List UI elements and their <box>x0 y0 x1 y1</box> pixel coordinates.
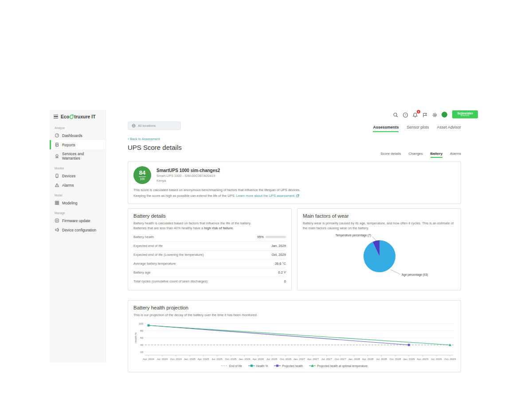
x-tick-label: Jul, 2029 <box>431 358 442 360</box>
sidebar-header: Eco truxure IT <box>50 110 106 122</box>
x-tick-label: Apr, 2027 <box>307 358 319 360</box>
legend-marker-icon <box>274 364 281 368</box>
row-value: 0 <box>284 279 286 283</box>
subtab-battery[interactable]: Battery <box>430 152 443 158</box>
tab-assessments[interactable]: Assessments <box>373 125 399 132</box>
sidebar-item-devices[interactable]: Devices <box>50 171 106 180</box>
battery-details-panel: Battery details Battery health is calcul… <box>128 208 292 291</box>
x-tick-label: Jan, 2025 <box>184 358 196 360</box>
sidebar-item-label: Reports <box>62 143 75 147</box>
x-tick-label: Oct, 2026 <box>280 358 292 360</box>
x-tick-label: Oct, 2025 <box>225 358 237 360</box>
settings-gear-icon[interactable] <box>432 112 438 117</box>
sidebar-item-modeling[interactable]: Modeling <box>50 198 106 207</box>
row-label: Average battery temperature <box>133 262 176 266</box>
row-label: Expected end of life <box>133 244 163 248</box>
dashboard-icon <box>55 133 59 138</box>
brand-eco: Eco <box>61 114 69 119</box>
x-tick-label: Oct, 2028 <box>389 358 401 360</box>
sidebar-section-manage: Manage <box>50 207 106 216</box>
score-value: 84 <box>139 170 145 176</box>
x-tick-label: Jul, 2024 <box>157 358 168 360</box>
score-description-line2: Keeping the score as high as possible ca… <box>133 194 235 198</box>
battery-details-title: Battery details <box>133 213 286 219</box>
x-tick-label: Jan, 2028 <box>348 358 360 360</box>
legend-label: End of life <box>229 364 242 368</box>
x-tick-label: Apr, 2028 <box>362 358 374 360</box>
data-point-marker[interactable] <box>408 344 410 346</box>
help-icon[interactable]: ? <box>403 112 408 117</box>
legend-item[interactable]: End of life <box>221 364 242 368</box>
sidebar-item-label: Device configuration <box>62 228 96 232</box>
y-tick-label: 20 <box>140 351 143 353</box>
back-link-label: Back to Assessment <box>130 137 160 141</box>
table-row-battery-health: Battery health 95% <box>133 233 286 242</box>
health-projection-chart: 20406080100Health %Apr, 2024Jul, 2024Oct… <box>133 320 456 364</box>
external-link-icon <box>296 194 299 198</box>
sidebar-item-services-warranties[interactable]: Services and Warranties <box>50 149 106 163</box>
tab-sensor-plots[interactable]: Sensor plots <box>407 125 429 132</box>
device-configuration-icon <box>55 227 59 232</box>
row-value: 95% <box>257 235 264 239</box>
legend-item[interactable]: Projected health <box>274 364 303 368</box>
notification-badge: 1 <box>417 110 420 113</box>
search-icon[interactable] <box>393 112 399 117</box>
sidebar-item-reports[interactable]: Reports <box>50 140 106 149</box>
row-value: 0.2 Y <box>278 270 286 274</box>
sidebar-item-device-configuration[interactable]: Device configuration <box>50 225 106 235</box>
legend-item[interactable]: Projected health at optimal temperature <box>309 364 368 368</box>
battery-details-table: Battery health 95% Expected end of life … <box>133 233 286 286</box>
sidebar-item-alarms[interactable]: Alarms <box>50 180 106 190</box>
series-line <box>149 325 450 345</box>
legend-label: Health % <box>256 364 268 368</box>
device-name: SmartUPS 1000 sim-changes2 <box>156 168 220 173</box>
services-icon <box>55 154 59 159</box>
x-tick-label: Jul, 2027 <box>321 358 332 360</box>
battery-details-desc-suffix: . <box>233 226 234 230</box>
sidebar-item-label: Modeling <box>62 201 78 205</box>
row-label: Total cycles (cumulative count of seen d… <box>133 279 207 283</box>
back-to-assessment-link[interactable]: Back to Assessment <box>128 137 160 141</box>
sidebar-section-model: Model <box>50 190 106 198</box>
learn-more-link[interactable]: Learn more about the UPS assessment. <box>236 194 295 198</box>
menu-icon[interactable] <box>53 114 59 119</box>
modeling-icon <box>55 200 59 205</box>
sidebar-item-firmware-update[interactable]: Firmware update <box>50 216 106 225</box>
tab-asset-advisor[interactable]: Asset Advisor <box>437 125 461 132</box>
battery-health-bar <box>266 236 286 238</box>
score-circle: 84 100 <box>133 166 151 184</box>
top-tabs: Assessments Sensor plots Asset Advisor <box>373 125 461 132</box>
sidebar-section-monitor: Monitor <box>50 163 106 171</box>
wear-panel-title: Main factors of wear <box>303 213 455 219</box>
battery-details-desc-line1: Battery health is calculated based on fa… <box>133 221 251 225</box>
row-value: 26.6 °C <box>275 262 286 266</box>
schneider-electric-logo: Schneider Electric <box>452 110 478 118</box>
location-filter[interactable]: All locations <box>128 121 181 130</box>
sidebar-section-analyze: Analyze <box>50 122 106 131</box>
user-avatar[interactable] <box>442 112 447 117</box>
projection-title: Battery health projection <box>133 305 455 310</box>
series-line <box>149 325 409 345</box>
high-risk-text: high risk of failure <box>204 226 233 230</box>
legend-label: Projected health <box>282 364 303 368</box>
x-tick-label: Oct, 2027 <box>335 358 347 360</box>
notifications-bell-icon[interactable]: 1 <box>412 112 418 117</box>
subtab-score-details[interactable]: Score details <box>380 152 401 158</box>
feedback-icon[interactable] <box>422 112 428 117</box>
legend-marker-icon <box>248 364 255 368</box>
sub-tabs: Score details Changes Battery Alarms <box>128 152 461 158</box>
legend-item[interactable]: Health % <box>248 364 268 368</box>
subtab-changes[interactable]: Changes <box>409 152 423 158</box>
subtab-alarms[interactable]: Alarms <box>450 152 461 158</box>
x-tick-label: Jan, 2027 <box>293 358 305 360</box>
x-tick-label: Apr, 2024 <box>143 358 154 360</box>
ecostruxure-logo: Eco truxure IT <box>61 114 96 119</box>
sidebar-item-label: Services and Warranties <box>62 152 101 160</box>
sidebar-item-dashboards[interactable]: Dashboards <box>50 131 106 140</box>
y-tick-label: 80 <box>140 329 143 332</box>
alarm-icon <box>55 183 59 188</box>
row-value: Jan, 2029 <box>271 244 286 248</box>
x-tick-label: Oct, 2029 <box>444 358 456 360</box>
table-row-total-cycles: Total cycles (cumulative count of seen d… <box>133 277 286 286</box>
sidebar: Eco truxure IT Analyze Dashboards Report… <box>50 110 106 363</box>
